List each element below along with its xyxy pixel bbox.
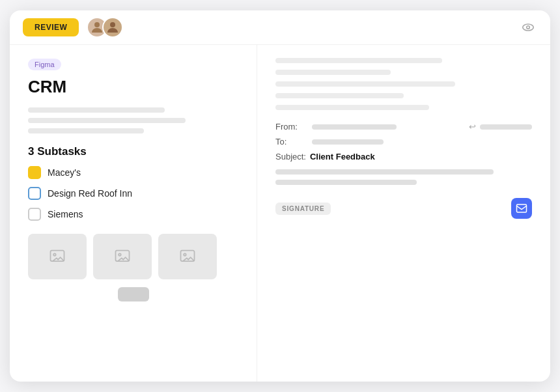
skeleton-line-2 xyxy=(28,118,186,123)
figma-tag: Figma xyxy=(28,59,61,70)
svg-point-1 xyxy=(110,22,115,27)
subtask-label-3: Siemens xyxy=(48,209,83,219)
right-panel: From: ↩ To: Subject: Client Feedback xyxy=(257,45,550,382)
skeleton-line-1 xyxy=(28,107,165,113)
svg-rect-10 xyxy=(517,204,527,212)
avatars-group xyxy=(87,17,123,38)
svg-point-9 xyxy=(184,253,186,256)
subtask-checkbox-3[interactable] xyxy=(28,208,41,221)
subtask-checkbox-1[interactable] xyxy=(28,166,41,179)
signature-button[interactable]: SIGNATURE xyxy=(275,203,331,215)
to-skeleton xyxy=(312,139,384,145)
right-skeleton-1 xyxy=(275,58,442,63)
reply-skeleton xyxy=(480,124,532,130)
email-from-row: From: ↩ xyxy=(275,122,532,132)
svg-point-5 xyxy=(53,253,56,256)
to-label: To: xyxy=(275,137,308,147)
right-skeleton-4 xyxy=(275,93,404,98)
svg-point-0 xyxy=(94,22,100,27)
subject-value: Client Feedback xyxy=(310,152,375,161)
svg-point-3 xyxy=(527,26,530,29)
subtask-item-1: Macey's xyxy=(28,166,238,179)
avatar-2 xyxy=(102,17,123,38)
left-panel: Figma CRM 3 Subtasks Macey's Design Red … xyxy=(10,45,257,382)
subtask-item-2: Design Red Roof Inn xyxy=(28,187,238,200)
from-skeleton xyxy=(312,124,397,130)
app-window: REVIEW Fi xyxy=(10,10,550,382)
email-section: From: ↩ To: Subject: Client Feedback xyxy=(275,122,532,185)
reply-icon[interactable]: ↩ xyxy=(469,122,476,132)
from-label: From: xyxy=(275,122,308,132)
left-footer xyxy=(28,279,238,305)
subtask-checkbox-2[interactable] xyxy=(28,187,41,200)
subtask-item-3: Siemens xyxy=(28,208,238,221)
thumbnails-row xyxy=(28,234,238,279)
main-content: Figma CRM 3 Subtasks Macey's Design Red … xyxy=(10,45,550,382)
eye-icon[interactable] xyxy=(519,18,537,36)
right-skeleton-5 xyxy=(275,105,429,110)
svg-point-2 xyxy=(523,24,534,31)
left-footer-button[interactable] xyxy=(118,287,149,301)
mail-icon[interactable] xyxy=(511,198,532,219)
skeleton-line-3 xyxy=(28,128,144,133)
subtasks-heading: 3 Subtasks xyxy=(28,145,238,158)
thumbnail-1[interactable] xyxy=(28,234,87,279)
thumbnail-3[interactable] xyxy=(158,234,217,279)
email-to-row: To: xyxy=(275,137,532,147)
header: REVIEW xyxy=(10,10,550,45)
right-skeleton-2 xyxy=(275,70,391,75)
right-top-skeleton xyxy=(275,58,532,110)
subtask-label-1: Macey's xyxy=(48,167,81,178)
right-skeleton-3 xyxy=(275,81,455,87)
right-footer: SIGNATURE xyxy=(275,190,532,221)
review-button[interactable]: REVIEW xyxy=(23,18,79,36)
svg-point-7 xyxy=(119,253,121,256)
thumbnail-2[interactable] xyxy=(93,234,152,279)
body-skeleton-2 xyxy=(275,180,417,185)
body-skeleton-1 xyxy=(275,169,494,175)
subtask-label-2: Design Red Roof Inn xyxy=(48,188,132,199)
subject-label: Subject: xyxy=(275,152,306,161)
page-title: CRM xyxy=(28,77,238,97)
email-subject-row: Subject: Client Feedback xyxy=(275,152,532,161)
